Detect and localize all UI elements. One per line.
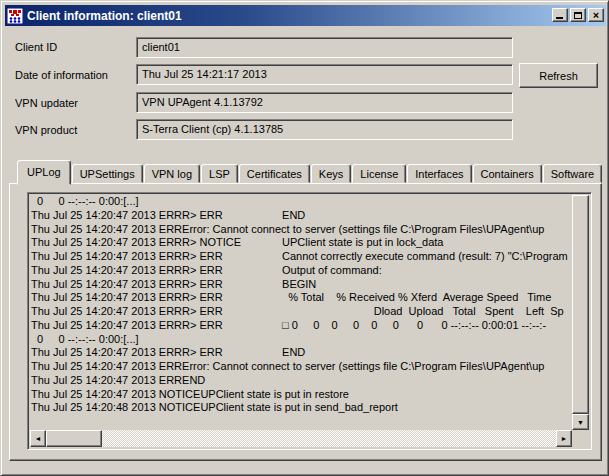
vertical-scrollbar-thumb[interactable] [572,195,589,414]
tab-interfaces[interactable]: Interfaces [407,164,471,183]
horizontal-scrollbar-thumb[interactable] [46,430,102,447]
app-icon [7,8,23,24]
log-line: Thu Jul 25 14:20:47 2013 ERRR> ERREND [31,209,572,223]
horizontal-scrollbar[interactable]: ◄ ► [30,430,572,447]
log-line: Thu Jul 25 14:20:47 2013 ERRR> ERR Dload… [31,305,572,319]
tab-strip: UPLogUPSettingsVPN logLSPCertificatesKey… [17,160,603,183]
log-line: Thu Jul 25 14:20:47 2013 ERRR> ERR□ 0 0 … [31,319,572,333]
log-view[interactable]: 0 0 --:--:-- 0:00:[...]Thu Jul 25 14:20:… [31,195,572,430]
scroll-left-icon: ◄ [35,435,42,442]
scroll-down-icon: ▼ [577,419,584,426]
vpn-product-label: VPN product [15,124,77,136]
tab-containers[interactable]: Containers [473,164,542,183]
scroll-down-button[interactable]: ▼ [572,414,589,430]
tab-keys[interactable]: Keys [311,164,351,183]
tab-vpn-log[interactable]: VPN log [144,164,200,183]
vertical-scrollbar[interactable]: ▼ [572,195,589,430]
log-line: Thu Jul 25 14:20:47 2013 ERRR> ERRCannot… [31,250,572,264]
client-information-window: Client information: client01 × Client ID… [0,0,609,476]
date-of-information-label: Date of information [15,69,108,81]
log-line: Thu Jul 25 14:20:47 2013 ERREND [31,374,572,388]
tab-software[interactable]: Software [543,164,602,183]
log-line: Thu Jul 25 14:20:47 2013 ERRR> NOTICEUPC… [31,236,572,250]
log-line: Thu Jul 25 14:20:47 2013 ERRR> ERROutput… [31,264,572,278]
vpn-product-field[interactable]: S-Terra Client (cp) 4.1.13785 [136,119,513,140]
vpn-updater-field[interactable]: VPN UPAgent 4.1.13792 [136,92,513,113]
tab-lsp[interactable]: LSP [201,164,238,183]
client-id-field[interactable]: client01 [136,37,513,58]
tab-license[interactable]: License [352,164,406,183]
scroll-left-button[interactable]: ◄ [30,430,46,447]
tab-upsettings[interactable]: UPSettings [72,164,143,183]
tab-panel: 0 0 --:--:-- 0:00:[...]Thu Jul 25 14:20:… [9,183,602,461]
refresh-button[interactable]: Refresh [519,63,598,88]
log-line: Thu Jul 25 14:20:47 2013 ERRR> ERR % Tot… [31,291,572,305]
scroll-right-button[interactable]: ► [556,430,572,447]
log-line: Thu Jul 25 14:20:47 2013 ERRR> ERRBEGIN [31,278,572,292]
log-line: Thu Jul 25 14:20:48 2013 NOTICEUPClient … [31,401,572,415]
scrollbar-corner [572,430,589,447]
close-button[interactable]: × [588,8,604,22]
close-icon: × [593,10,599,20]
log-line: 0 0 --:--:-- 0:00:[...] [31,195,572,209]
maximize-button[interactable] [570,8,586,22]
log-line: Thu Jul 25 14:20:47 2013 ERRError: Canno… [31,223,572,237]
titlebar[interactable]: Client information: client01 × [5,5,606,26]
date-of-information-field[interactable]: Thu Jul 25 14:21:17 2013 [136,64,513,85]
tab-uplog[interactable]: UPLog [17,160,71,185]
client-id-label: Client ID [15,41,57,53]
log-box: 0 0 --:--:-- 0:00:[...]Thu Jul 25 14:20:… [27,192,592,450]
log-line: 0 0 --:--:-- 0:00:[...] [31,333,572,347]
tab-certificates[interactable]: Certificates [239,164,310,183]
window-controls: × [550,8,604,22]
maximize-icon [574,12,582,19]
scroll-right-icon: ► [561,435,568,442]
minimize-icon [556,17,563,19]
window-title: Client information: client01 [27,9,182,23]
log-line: Thu Jul 25 14:20:47 2013 NOTICEUPClient … [31,388,572,402]
log-line: Thu Jul 25 14:20:47 2013 ERRError: Canno… [31,360,572,374]
log-line: Thu Jul 25 14:20:47 2013 ERRR> ERREND [31,346,572,360]
vpn-updater-label: VPN updater [15,97,78,109]
minimize-button[interactable] [552,8,568,22]
